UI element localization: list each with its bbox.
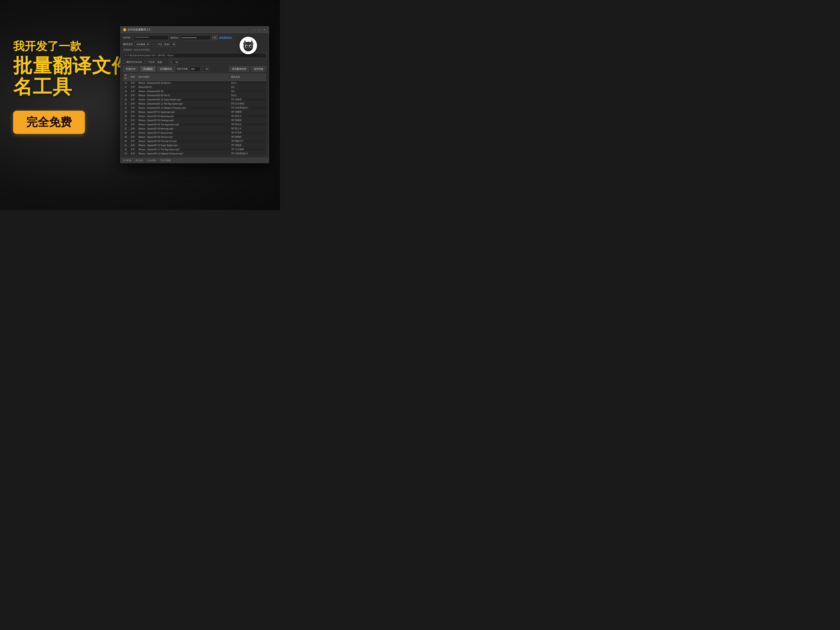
- cell-num: 20: [123, 98, 129, 102]
- svg-point-12: [251, 46, 251, 46]
- table-row[interactable]: 25 文件 \Risers - Space\SP 03 Feelings.mp3…: [123, 118, 266, 123]
- table-row[interactable]: 23 文件 \Risers - Space\SP 01 Daybreak.mp3…: [123, 110, 266, 114]
- cell-num: 17: [123, 85, 129, 89]
- apikey-input[interactable]: [180, 35, 210, 40]
- cell-trans: SP 07升序: [230, 131, 266, 135]
- table-row[interactable]: 24 文件 \Risers - Space\SP 02 Meaning.mp3 …: [123, 114, 266, 118]
- app-icon: [123, 28, 126, 31]
- cell-path: \Risers - Space\SP 11 The Big Game.mp3: [137, 147, 230, 152]
- scan-button[interactable]: 扫描文件: [123, 66, 139, 71]
- cell-trans: SP 12体育场压力: [230, 152, 266, 156]
- translate-button[interactable]: 开始翻译: [140, 66, 156, 71]
- toggle-password-button[interactable]: 👁: [212, 35, 218, 40]
- table-row[interactable]: 18 文件 \Risers - Distortion\DS 08... DS..…: [123, 89, 266, 93]
- table-row[interactable]: 20 文件 \Risers - Distortion\DS 10 Super B…: [123, 98, 266, 102]
- cell-num: 31: [123, 143, 129, 147]
- cell-path: \Risers - Space\SP 02 Meaning.mp3: [137, 114, 230, 118]
- cell-path: \Risers - Space\SP 01 Daybreak.mp3: [137, 110, 230, 114]
- table-row[interactable]: 19 文件 \Risers - Distortion\DS 09 The D..…: [123, 93, 266, 98]
- table-row[interactable]: 29 文件 \Risers - Space\SP 08 Intense.mp3 …: [123, 135, 266, 139]
- cell-trans: SP 08强烈: [230, 135, 266, 139]
- cell-trans: SP 02含义: [230, 114, 266, 118]
- clear-button[interactable]: 清空列表: [251, 66, 266, 71]
- cell-num: 16: [123, 81, 129, 85]
- path-input[interactable]: [123, 53, 266, 58]
- table-row[interactable]: 22 文件 \Risers - Distortion\DS 12 Stadium…: [123, 106, 266, 110]
- cell-num: 18: [123, 89, 129, 93]
- minimize-button[interactable]: —: [252, 28, 256, 32]
- cell-num: 23: [123, 110, 129, 114]
- lang-from-select[interactable]: 自动检测: [134, 42, 150, 47]
- cell-path: \Risers - Distortion\DS 08...: [137, 89, 230, 93]
- table-row[interactable]: 16 文件 \Risers - Distortion\DS 06 Mornin.…: [123, 81, 266, 85]
- maximize-button[interactable]: □: [257, 28, 261, 32]
- cell-num: 22: [123, 106, 129, 110]
- cell-path: \Risers - Space\SP 04 The Approach.mp3: [137, 123, 230, 127]
- table-row[interactable]: 32 文件 \Risers - Space\SP 11 The Big Game…: [123, 147, 266, 152]
- table-row[interactable]: 27 文件 \Risers - Space\SP 05 Morning.mp3 …: [123, 127, 266, 131]
- table-row[interactable]: 31 文件 \Risers - Space\SP 10 Super Bright…: [123, 143, 266, 147]
- cell-type: 文件: [129, 93, 137, 98]
- cell-type: 文件: [129, 114, 137, 118]
- path-label: 设置路径（支持文件夹拖放）: [123, 48, 152, 51]
- col-header-path: 原文件路径: [137, 73, 230, 81]
- apikey-label: ApiKey: [171, 36, 178, 39]
- table-row[interactable]: 17 文件 \Risers\DS 07... DS...: [123, 85, 266, 89]
- lang-to-select[interactable]: 中文（简体）: [156, 42, 176, 47]
- title-bar-content: 文件名批量翻译 1.1: [123, 28, 150, 32]
- status-bar: 共 49 项 45 文件 4 文件夹 714 字符数: [120, 158, 269, 163]
- cell-path: \Risers - Space\SP 05 Morning.mp3: [137, 127, 230, 131]
- cell-type: 文件: [129, 118, 137, 123]
- cell-trans: DS 10超亮: [230, 98, 266, 102]
- file-table: 序号 类型 原文件路径 翻译名称 16 文件 \Risers - Distort…: [123, 73, 266, 156]
- file-table-container[interactable]: 序号 类型 原文件路径 翻译名称 16 文件 \Risers - Distort…: [123, 73, 266, 156]
- lang-label: 翻译语言: [123, 43, 133, 46]
- cell-type: 文件: [129, 106, 137, 110]
- table-row[interactable]: 26 文件 \Risers - Space\SP 04 The Approach…: [123, 123, 266, 127]
- translate-filename-checkbox[interactable]: ✓ 翻译文件夹名称: [123, 61, 142, 64]
- cell-trans: SP 11大游戏: [230, 147, 266, 152]
- cell-type: 文件: [129, 110, 137, 114]
- cell-num: 29: [123, 135, 129, 139]
- svg-point-4: [243, 42, 253, 51]
- table-row[interactable]: 28 文件 \Risers - Space\SP 07 Ascend.mp3 S…: [123, 131, 266, 135]
- table-row[interactable]: 21 文件 \Risers - Distortion\DS 11 The Big…: [123, 102, 266, 106]
- cell-type: 文件: [129, 127, 137, 131]
- char-count-label: 单批字符量: [177, 67, 188, 70]
- cell-num: 24: [123, 114, 129, 118]
- get-app-link[interactable]: 获取翻译App: [219, 36, 232, 39]
- cell-trans: DS 11大游戏: [230, 102, 266, 106]
- toolbar: 扫描文件 开始翻译 应用翻译名 单批字符量 ▼ 保存翻译对照 清空列表: [123, 66, 266, 71]
- save-button[interactable]: 保存翻译对照: [229, 66, 249, 71]
- close-button[interactable]: ✕: [263, 28, 266, 32]
- lang-arrow: →: [152, 43, 154, 46]
- cell-path: \Risers - Distortion\DS 10 Super Bright.…: [137, 98, 230, 102]
- cell-trans: SP 03感觉: [230, 118, 266, 123]
- char-count-input[interactable]: [189, 66, 201, 71]
- cell-num: 32: [123, 147, 129, 152]
- table-row[interactable]: 30 文件 \Risers - Space\SP 09 The Day Of.m…: [123, 139, 266, 143]
- char-count-select[interactable]: ▼: [202, 66, 209, 71]
- cell-type: 文件: [129, 98, 137, 102]
- cell-trans: SP 05上午: [230, 127, 266, 131]
- cell-type: 文件: [129, 85, 137, 89]
- cell-num: 26: [123, 123, 129, 127]
- checkbox-subdirs-icon: ✓: [145, 61, 147, 63]
- col-header-trans: 翻译名称: [230, 73, 266, 81]
- appid-input[interactable]: [134, 35, 169, 40]
- col-header-type: 类型: [129, 73, 137, 81]
- cell-path: \Risers - Distortion\DS 09 The D...: [137, 93, 230, 98]
- cell-path: \Risers - Distortion\DS 11 The Big Game.…: [137, 102, 230, 106]
- cell-path: \Risers - Space\SP 08 Intense.mp3: [137, 135, 230, 139]
- status-folders: 4 文件夹: [147, 159, 156, 162]
- depth-select[interactable]: 2: [169, 60, 178, 65]
- table-row[interactable]: 33 文件 \Risers - Space\SP 12 Stadium Pres…: [123, 152, 266, 156]
- status-chars: 714 字符数: [160, 159, 171, 162]
- cell-num: 19: [123, 93, 129, 98]
- cell-trans: SP 01黎明: [230, 110, 266, 114]
- cell-num: 27: [123, 127, 129, 131]
- cat-avatar: [240, 37, 257, 54]
- status-total: 共 49 项: [123, 159, 131, 162]
- subdirs-checkbox[interactable]: ✓ 子目录: [145, 61, 155, 64]
- apply-button[interactable]: 应用翻译名: [157, 66, 175, 71]
